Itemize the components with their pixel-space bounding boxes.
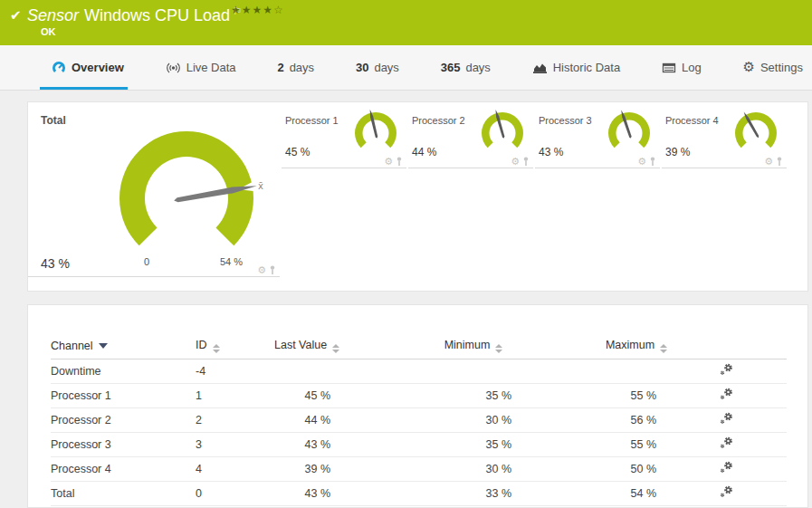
tab-settings[interactable]: ⚙ Settings <box>742 45 802 90</box>
table-row: Processor 3 3 43 % 35 % 55 % <box>51 432 787 456</box>
table-row: Processor 2 2 44 % 30 % 56 % <box>51 407 787 432</box>
pin-icon[interactable] <box>649 157 656 167</box>
channel-settings-icon[interactable] <box>720 412 733 427</box>
channel-minimum <box>383 359 564 383</box>
tab-label: days <box>374 61 398 74</box>
tab-number: 30 <box>356 61 368 74</box>
tab-live-data[interactable]: Live Data <box>166 45 236 90</box>
gauge-settings-icon[interactable]: ⚙ <box>257 265 266 275</box>
table-row: Processor 4 4 39 % 30 % 50 % <box>51 456 787 481</box>
gauge-settings-icon[interactable]: ⚙ <box>764 157 773 167</box>
table-row: Processor 1 1 45 % 35 % 55 % <box>51 383 787 407</box>
gauge-value: 43 % <box>41 256 70 271</box>
tab-historic-data[interactable]: Historic Data <box>532 45 620 90</box>
channel-maximum <box>564 359 709 383</box>
tab-2-days[interactable]: 2 days <box>277 45 314 90</box>
channel-id: -4 <box>196 359 274 383</box>
tab-30-days[interactable]: 30 days <box>356 45 399 90</box>
channel-id: 4 <box>196 456 274 481</box>
channel-settings-icon[interactable] <box>720 461 733 476</box>
table-row: Downtime -4 <box>51 359 787 383</box>
sort-icon <box>660 344 667 353</box>
channel-settings-icon[interactable] <box>720 363 733 379</box>
tab-bar: Overview Live Data 2 days 30 days 365 da… <box>0 45 812 91</box>
gauge-title: Processor 4 <box>665 115 719 126</box>
channel-maximum: 55 % <box>564 432 709 456</box>
tab-label: Live Data <box>186 61 236 74</box>
pin-icon[interactable] <box>396 157 403 167</box>
channel-name: Processor 2 <box>51 407 196 432</box>
gear-icon: ⚙ <box>742 61 754 74</box>
gauge-settings-icon[interactable]: ⚙ <box>384 157 393 167</box>
priority-stars[interactable]: ★★★★☆ <box>231 4 284 16</box>
channel-minimum: 35 % <box>383 432 564 456</box>
gauge-settings-icon[interactable]: ⚙ <box>637 157 646 167</box>
gauge-cell-total: Total x̄ 0 54 % 43 % ⚙ <box>28 102 280 277</box>
channel-maximum: 55 % <box>564 383 709 407</box>
column-header-channel[interactable]: Channel <box>51 334 196 359</box>
channel-minimum: 35 % <box>383 383 564 407</box>
column-header-minimum[interactable]: Minimum <box>383 334 564 359</box>
tab-label: Settings <box>760 61 803 74</box>
channel-maximum: 56 % <box>564 407 709 432</box>
tab-365-days[interactable]: 365 days <box>441 45 491 90</box>
tab-number: 2 <box>277 61 283 74</box>
pin-icon[interactable] <box>269 265 276 275</box>
channel-last-value <box>274 359 383 383</box>
gauge-value: 39 % <box>665 146 690 158</box>
channel-last-value: 44 % <box>274 407 383 432</box>
channel-settings-icon[interactable] <box>720 436 733 452</box>
log-icon <box>662 61 676 75</box>
gauge-title: Processor 1 <box>285 115 339 126</box>
pin-icon[interactable] <box>776 157 783 167</box>
gauge-settings-icon[interactable]: ⚙ <box>511 157 520 167</box>
channel-last-value: 43 % <box>274 432 383 456</box>
sort-icon <box>213 344 220 353</box>
total-gauge: x̄ <box>105 117 277 269</box>
tab-label: days <box>465 61 490 74</box>
channel-id: 0 <box>196 481 274 505</box>
tab-log[interactable]: Log <box>662 45 702 90</box>
channel-maximum: 50 % <box>564 456 709 481</box>
gauge-title: Processor 2 <box>412 115 465 126</box>
gauge-icon <box>52 61 66 75</box>
channel-maximum: 54 % <box>564 481 709 505</box>
gauge-cell-processor-1: Processor 1 45 % ⚙ <box>282 102 406 168</box>
sensor-title-line: SensorWindows CPU Load⚐ <box>27 5 242 25</box>
gauge-value: 44 % <box>412 146 436 158</box>
gauge-cell-processor-4: Processor 4 39 % ⚙ <box>662 102 787 168</box>
sort-icon <box>332 344 339 353</box>
sensor-kind-label: Sensor <box>27 6 79 24</box>
gauge-cell-processor-2: Processor 2 44 % ⚙ <box>408 102 533 168</box>
status-badge: OK <box>41 26 56 37</box>
gauge-cell-processor-3: Processor 3 43 % ⚙ <box>535 102 660 168</box>
channel-last-value: 43 % <box>274 481 383 505</box>
table-header-row: Channel ID Last Value Minimum Maximum <box>51 334 787 359</box>
pin-icon[interactable] <box>522 157 530 167</box>
processor-4-gauge <box>731 106 781 158</box>
channel-settings-icon[interactable] <box>720 388 733 403</box>
channel-minimum: 30 % <box>383 456 564 481</box>
gauge-scale-min: 0 <box>144 256 149 267</box>
channel-table-panel: Channel ID Last Value Minimum Maximum Do… <box>27 304 808 508</box>
processor-2-gauge <box>477 106 528 158</box>
processor-3-gauge <box>604 106 654 158</box>
tab-label: Log <box>682 61 702 74</box>
tab-label: Historic Data <box>553 61 620 74</box>
processor-1-gauge <box>350 106 401 158</box>
gauge-value: 45 % <box>285 146 310 158</box>
gauge-title: Processor 3 <box>539 115 592 126</box>
channel-minimum: 33 % <box>383 481 564 505</box>
channel-settings-icon[interactable] <box>720 485 733 501</box>
column-header-id[interactable]: ID <box>196 334 274 359</box>
tab-overview[interactable]: Overview <box>52 45 124 90</box>
channel-id: 1 <box>196 383 274 407</box>
sort-icon <box>495 344 502 353</box>
table-row: Total 0 43 % 33 % 54 % <box>51 481 787 505</box>
column-header-maximum[interactable]: Maximum <box>564 334 709 359</box>
channel-name: Processor 4 <box>51 456 196 481</box>
gauge-scale-max: 54 % <box>220 256 243 267</box>
column-header-last-value[interactable]: Last Value <box>274 334 383 359</box>
channel-table: Channel ID Last Value Minimum Maximum Do… <box>51 334 787 506</box>
channel-id: 2 <box>196 407 274 432</box>
